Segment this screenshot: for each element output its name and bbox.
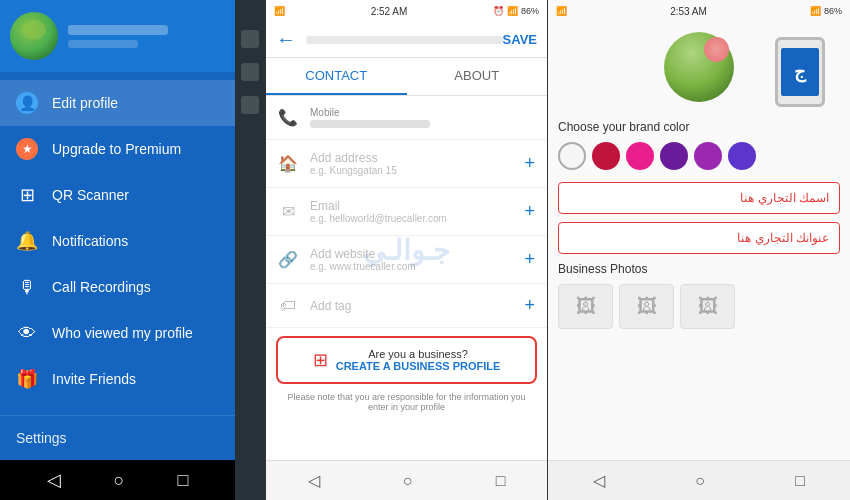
header-username — [68, 25, 168, 35]
home-icon: 🏠 — [278, 154, 298, 173]
address-label: Add address — [310, 151, 512, 165]
business-photos-label: Business Photos — [558, 262, 840, 276]
photo-placeholder-3[interactable]: 🖼 — [680, 284, 735, 329]
add-email-button[interactable]: + — [524, 201, 535, 222]
dark-dot-3 — [241, 96, 259, 114]
create-business-cta: CREATE A BUSINESS PROFILE — [336, 360, 501, 372]
right-battery-label: 86% — [824, 6, 842, 16]
home-nav-right[interactable]: ○ — [695, 472, 705, 490]
color-dot-violet[interactable] — [694, 142, 722, 170]
business-icon: ⊞ — [313, 349, 328, 371]
panel-dark-overlay — [235, 0, 265, 500]
invite-friends-label: Invite Friends — [52, 371, 136, 387]
save-button[interactable]: SAVE — [503, 32, 537, 47]
profile-header — [0, 0, 235, 72]
phone-icon: 📞 — [278, 108, 298, 127]
business-banner[interactable]: ⊞ Are you a business? CREATE A BUSINESS … — [276, 336, 537, 384]
contact-name-blurred — [306, 36, 503, 44]
business-note: Please note that you are responsible for… — [266, 392, 547, 420]
who-viewed-label: Who viewed my profile — [52, 325, 193, 341]
brand-avatar — [664, 32, 734, 102]
color-dot-white[interactable] — [558, 142, 586, 170]
email-icon: ✉ — [278, 202, 298, 221]
microphone-icon: 🎙 — [16, 276, 38, 298]
mobile-label: Mobile — [310, 107, 535, 118]
recents-nav-btn[interactable]: □ — [178, 470, 189, 491]
home-nav-mid[interactable]: ○ — [403, 472, 413, 490]
field-website: 🔗 Add website e.g. www.truecaller.com + — [266, 236, 547, 284]
panel-left-menu: 👤 Edit profile ★ Upgrade to Premium ⊞ QR… — [0, 0, 235, 500]
eye-icon: 👁 — [16, 322, 38, 344]
bell-icon: 🔔 — [16, 230, 38, 252]
menu-item-notifications[interactable]: 🔔 Notifications — [0, 218, 235, 264]
add-tag-button[interactable]: + — [524, 295, 535, 316]
menu-item-invite-friends[interactable]: 🎁 Invite Friends — [0, 356, 235, 402]
menu-item-premium[interactable]: ★ Upgrade to Premium — [0, 126, 235, 172]
link-icon: 🔗 — [278, 250, 298, 269]
website-label: Add website — [310, 247, 512, 261]
photo-placeholder-1[interactable]: 🖼 — [558, 284, 613, 329]
right-status-right: 📶 86% — [810, 6, 842, 16]
notifications-label: Notifications — [52, 233, 128, 249]
status-bar-right: 📶 2:53 AM 📶 86% — [548, 0, 850, 22]
business-question: Are you a business? — [336, 348, 501, 360]
status-icons-right: ⏰ 📶 86% — [493, 6, 539, 16]
recents-nav-right[interactable]: □ — [795, 472, 805, 490]
edit-profile-label: Edit profile — [52, 95, 118, 111]
business-name-input[interactable] — [558, 182, 840, 214]
panel-brand-profile: 📶 2:53 AM 📶 86% ج Choose your brand colo… — [548, 0, 850, 500]
gift-icon: 🎁 — [16, 368, 38, 390]
back-button[interactable]: ← — [276, 28, 296, 51]
battery-label: 86% — [521, 6, 539, 16]
menu-item-who-viewed[interactable]: 👁 Who viewed my profile — [0, 310, 235, 356]
menu-item-edit-profile[interactable]: 👤 Edit profile — [0, 80, 235, 126]
qr-icon: ⊞ — [16, 184, 38, 206]
color-dot-pink[interactable] — [626, 142, 654, 170]
photo-placeholder-2[interactable]: 🖼 — [619, 284, 674, 329]
android-nav-mid: ◁ ○ □ — [266, 460, 547, 500]
settings-label: Settings — [16, 430, 67, 446]
alarm-icon: ⏰ — [493, 6, 504, 16]
contact-tabs: CONTACT ABOUT — [266, 58, 547, 96]
header-location — [68, 40, 138, 48]
status-bar-mid: 📶 2:52 AM ⏰ 📶 86% — [266, 0, 547, 22]
add-address-button[interactable]: + — [524, 153, 535, 174]
contact-toolbar: ← SAVE — [266, 22, 547, 58]
signal-icon: 📶 — [507, 6, 518, 16]
color-dot-purple[interactable] — [660, 142, 688, 170]
color-dot-indigo[interactable] — [728, 142, 756, 170]
photo-row: 🖼 🖼 🖼 — [558, 284, 840, 329]
add-website-button[interactable]: + — [524, 249, 535, 270]
field-mobile: 📞 Mobile — [266, 96, 547, 140]
back-nav-mid[interactable]: ◁ — [308, 471, 320, 490]
menu-item-call-recordings[interactable]: 🎙 Call Recordings — [0, 264, 235, 310]
color-dot-crimson[interactable] — [592, 142, 620, 170]
field-email: ✉ Email e.g. helloworld@truecaller.com + — [266, 188, 547, 236]
wifi-icon: 📶 — [274, 6, 285, 16]
status-time: 2:52 AM — [371, 6, 408, 17]
settings-link[interactable]: Settings — [0, 415, 235, 460]
color-picker-row — [558, 142, 840, 170]
mobile-value — [310, 120, 430, 128]
field-address: 🏠 Add address e.g. Kungsgatan 15 + — [266, 140, 547, 188]
home-nav-btn[interactable]: ○ — [114, 470, 125, 491]
contact-fields-list: 📞 Mobile 🏠 Add address e.g. Kungsgatan 1… — [266, 96, 547, 460]
right-status-time: 2:53 AM — [670, 6, 707, 17]
right-signal-icon: 📶 — [810, 6, 821, 16]
website-placeholder: e.g. www.truecaller.com — [310, 261, 512, 272]
tag-label: Add tag — [310, 299, 512, 313]
tab-about[interactable]: ABOUT — [407, 58, 548, 95]
back-nav-btn[interactable]: ◁ — [47, 469, 61, 491]
address-placeholder: e.g. Kungsgatan 15 — [310, 165, 512, 176]
android-nav-left: ◁ ○ □ — [0, 460, 235, 500]
android-nav-right: ◁ ○ □ — [548, 460, 850, 500]
business-address-input[interactable] — [558, 222, 840, 254]
back-nav-right[interactable]: ◁ — [593, 471, 605, 490]
brand-content-area: ج Choose your brand color Business Photo… — [548, 22, 850, 460]
menu-list: 👤 Edit profile ★ Upgrade to Premium ⊞ QR… — [0, 72, 235, 415]
premium-label: Upgrade to Premium — [52, 141, 181, 157]
recents-nav-mid[interactable]: □ — [496, 472, 506, 490]
tag-icon: 🏷 — [278, 297, 298, 315]
tab-contact[interactable]: CONTACT — [266, 58, 407, 95]
menu-item-qr-scanner[interactable]: ⊞ QR Scanner — [0, 172, 235, 218]
